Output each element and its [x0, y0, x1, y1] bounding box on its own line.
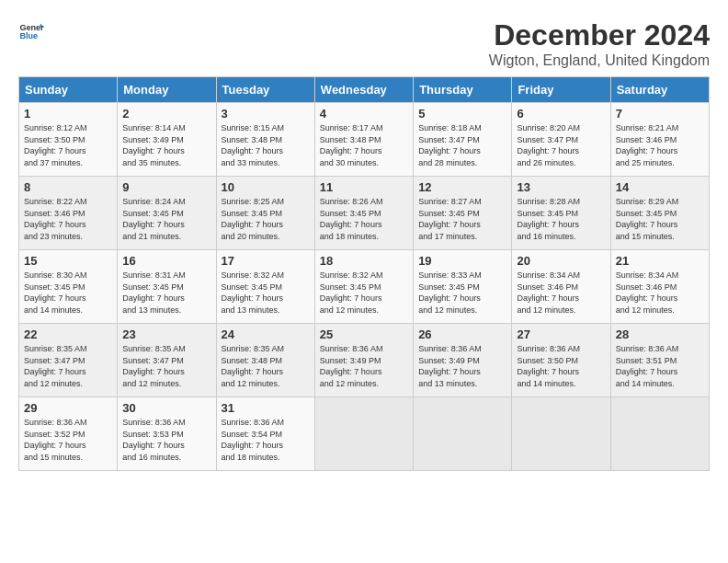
day-number: 1	[24, 107, 112, 121]
col-wednesday: Wednesday	[314, 77, 413, 103]
calendar-week-row: 29Sunrise: 8:36 AMSunset: 3:52 PMDayligh…	[19, 397, 710, 471]
day-number: 27	[517, 327, 605, 341]
table-row: 26Sunrise: 8:36 AMSunset: 3:49 PMDayligh…	[414, 324, 512, 397]
table-row: 29Sunrise: 8:36 AMSunset: 3:52 PMDayligh…	[19, 397, 118, 471]
calendar-week-row: 22Sunrise: 8:35 AMSunset: 3:47 PMDayligh…	[19, 324, 710, 397]
day-number: 7	[616, 107, 704, 121]
day-number: 25	[320, 327, 408, 341]
col-saturday: Saturday	[610, 77, 709, 103]
day-info: Sunrise: 8:20 AMSunset: 3:47 PMDaylight:…	[517, 122, 605, 168]
day-number: 18	[320, 254, 408, 268]
day-info: Sunrise: 8:25 AMSunset: 3:45 PMDaylight:…	[222, 196, 310, 242]
header: General Blue December 2024 Wigton, Engla…	[18, 18, 710, 69]
day-info: Sunrise: 8:36 AMSunset: 3:54 PMDaylight:…	[222, 417, 310, 463]
day-info: Sunrise: 8:14 AMSunset: 3:49 PMDaylight:…	[122, 122, 210, 168]
day-info: Sunrise: 8:35 AMSunset: 3:47 PMDaylight:…	[122, 343, 210, 389]
day-info: Sunrise: 8:34 AMSunset: 3:46 PMDaylight:…	[616, 270, 704, 316]
day-number: 15	[24, 254, 112, 268]
day-info: Sunrise: 8:15 AMSunset: 3:48 PMDaylight:…	[222, 122, 310, 168]
table-row: 27Sunrise: 8:36 AMSunset: 3:50 PMDayligh…	[512, 324, 610, 397]
day-number: 8	[24, 180, 112, 194]
table-row	[512, 397, 610, 471]
day-number: 31	[222, 401, 310, 415]
day-info: Sunrise: 8:36 AMSunset: 3:49 PMDaylight:…	[320, 343, 408, 389]
day-info: Sunrise: 8:32 AMSunset: 3:45 PMDaylight:…	[320, 270, 408, 316]
day-number: 13	[517, 180, 605, 194]
day-info: Sunrise: 8:22 AMSunset: 3:46 PMDaylight:…	[24, 196, 112, 242]
calendar-header-row: Sunday Monday Tuesday Wednesday Thursday…	[19, 77, 710, 103]
day-info: Sunrise: 8:17 AMSunset: 3:48 PMDaylight:…	[320, 122, 408, 168]
logo: General Blue	[18, 18, 44, 44]
day-number: 4	[320, 107, 408, 121]
table-row: 17Sunrise: 8:32 AMSunset: 3:45 PMDayligh…	[216, 250, 314, 324]
day-info: Sunrise: 8:24 AMSunset: 3:45 PMDaylight:…	[122, 196, 210, 242]
calendar-week-row: 8Sunrise: 8:22 AMSunset: 3:46 PMDaylight…	[19, 177, 710, 250]
table-row: 25Sunrise: 8:36 AMSunset: 3:49 PMDayligh…	[314, 324, 413, 397]
table-row: 4Sunrise: 8:17 AMSunset: 3:48 PMDaylight…	[314, 103, 413, 177]
table-row: 5Sunrise: 8:18 AMSunset: 3:47 PMDaylight…	[414, 103, 512, 177]
col-monday: Monday	[118, 77, 216, 103]
table-row: 28Sunrise: 8:36 AMSunset: 3:51 PMDayligh…	[610, 324, 709, 397]
day-info: Sunrise: 8:29 AMSunset: 3:45 PMDaylight:…	[616, 196, 704, 242]
month-title: December 2024	[489, 18, 710, 52]
location-subtitle: Wigton, England, United Kingdom	[489, 52, 710, 69]
table-row: 14Sunrise: 8:29 AMSunset: 3:45 PMDayligh…	[610, 177, 709, 250]
day-number: 11	[320, 180, 408, 194]
day-number: 30	[122, 401, 210, 415]
table-row: 22Sunrise: 8:35 AMSunset: 3:47 PMDayligh…	[19, 324, 118, 397]
day-info: Sunrise: 8:36 AMSunset: 3:53 PMDaylight:…	[122, 417, 210, 463]
table-row: 11Sunrise: 8:26 AMSunset: 3:45 PMDayligh…	[314, 177, 413, 250]
col-tuesday: Tuesday	[216, 77, 314, 103]
calendar-week-row: 15Sunrise: 8:30 AMSunset: 3:45 PMDayligh…	[19, 250, 710, 324]
col-sunday: Sunday	[19, 77, 118, 103]
col-thursday: Thursday	[414, 77, 512, 103]
table-row	[314, 397, 413, 471]
day-number: 5	[418, 107, 506, 121]
day-info: Sunrise: 8:18 AMSunset: 3:47 PMDaylight:…	[418, 122, 506, 168]
table-row: 10Sunrise: 8:25 AMSunset: 3:45 PMDayligh…	[216, 177, 314, 250]
day-info: Sunrise: 8:36 AMSunset: 3:50 PMDaylight:…	[517, 343, 605, 389]
day-info: Sunrise: 8:28 AMSunset: 3:45 PMDaylight:…	[517, 196, 605, 242]
day-info: Sunrise: 8:36 AMSunset: 3:49 PMDaylight:…	[418, 343, 506, 389]
day-number: 22	[24, 327, 112, 341]
day-number: 24	[222, 327, 310, 341]
table-row: 31Sunrise: 8:36 AMSunset: 3:54 PMDayligh…	[216, 397, 314, 471]
table-row: 8Sunrise: 8:22 AMSunset: 3:46 PMDaylight…	[19, 177, 118, 250]
day-info: Sunrise: 8:26 AMSunset: 3:45 PMDaylight:…	[320, 196, 408, 242]
table-row: 13Sunrise: 8:28 AMSunset: 3:45 PMDayligh…	[512, 177, 610, 250]
day-number: 28	[616, 327, 704, 341]
day-info: Sunrise: 8:36 AMSunset: 3:51 PMDaylight:…	[616, 343, 704, 389]
day-info: Sunrise: 8:36 AMSunset: 3:52 PMDaylight:…	[24, 417, 112, 463]
table-row	[610, 397, 709, 471]
title-area: December 2024 Wigton, England, United Ki…	[489, 18, 710, 69]
table-row: 9Sunrise: 8:24 AMSunset: 3:45 PMDaylight…	[118, 177, 216, 250]
day-number: 16	[122, 254, 210, 268]
table-row: 6Sunrise: 8:20 AMSunset: 3:47 PMDaylight…	[512, 103, 610, 177]
table-row: 16Sunrise: 8:31 AMSunset: 3:45 PMDayligh…	[118, 250, 216, 324]
table-row: 12Sunrise: 8:27 AMSunset: 3:45 PMDayligh…	[414, 177, 512, 250]
table-row: 23Sunrise: 8:35 AMSunset: 3:47 PMDayligh…	[118, 324, 216, 397]
col-friday: Friday	[512, 77, 610, 103]
day-number: 2	[122, 107, 210, 121]
table-row: 18Sunrise: 8:32 AMSunset: 3:45 PMDayligh…	[314, 250, 413, 324]
table-row: 2Sunrise: 8:14 AMSunset: 3:49 PMDaylight…	[118, 103, 216, 177]
calendar-week-row: 1Sunrise: 8:12 AMSunset: 3:50 PMDaylight…	[19, 103, 710, 177]
day-info: Sunrise: 8:35 AMSunset: 3:47 PMDaylight:…	[24, 343, 112, 389]
day-number: 17	[222, 254, 310, 268]
day-number: 23	[122, 327, 210, 341]
day-info: Sunrise: 8:34 AMSunset: 3:46 PMDaylight:…	[517, 270, 605, 316]
day-info: Sunrise: 8:21 AMSunset: 3:46 PMDaylight:…	[616, 122, 704, 168]
table-row: 7Sunrise: 8:21 AMSunset: 3:46 PMDaylight…	[610, 103, 709, 177]
table-row: 1Sunrise: 8:12 AMSunset: 3:50 PMDaylight…	[19, 103, 118, 177]
day-number: 14	[616, 180, 704, 194]
day-info: Sunrise: 8:32 AMSunset: 3:45 PMDaylight:…	[222, 270, 310, 316]
svg-text:Blue: Blue	[19, 31, 38, 40]
table-row: 3Sunrise: 8:15 AMSunset: 3:48 PMDaylight…	[216, 103, 314, 177]
table-row: 20Sunrise: 8:34 AMSunset: 3:46 PMDayligh…	[512, 250, 610, 324]
table-row	[414, 397, 512, 471]
day-number: 10	[222, 180, 310, 194]
logo-icon: General Blue	[18, 18, 44, 44]
day-number: 9	[122, 180, 210, 194]
day-number: 3	[222, 107, 310, 121]
day-info: Sunrise: 8:27 AMSunset: 3:45 PMDaylight:…	[418, 196, 506, 242]
